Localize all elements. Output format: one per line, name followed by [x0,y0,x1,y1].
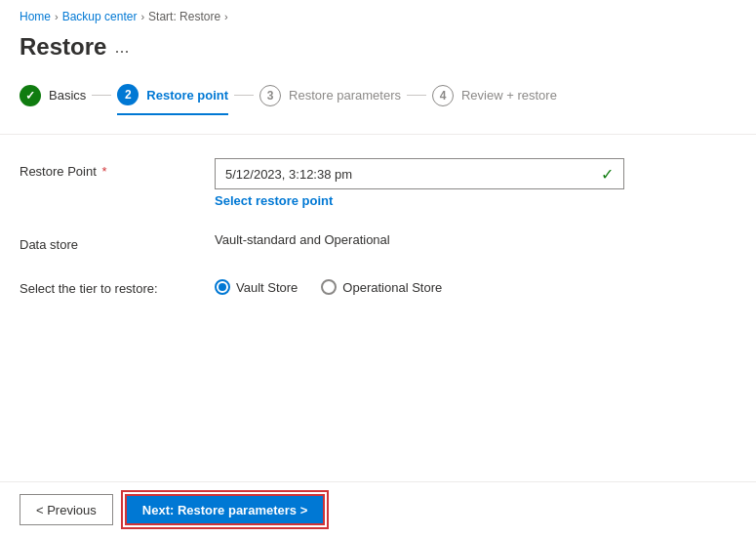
data-store-value: Vault-standard and Operational [215,227,390,247]
tier-control: Vault Store Operational Store [215,275,736,295]
step-restore-parameters-circle: 3 [259,85,281,106]
step-divider-1 [92,95,111,96]
wizard-steps: ✓ Basics 2 Restore point 3 Restore param… [0,76,756,135]
step-review-restore[interactable]: 4 Review + restore [432,77,557,114]
breadcrumb-sep-3: › [224,11,228,22]
data-store-control: Vault-standard and Operational [215,231,736,247]
step-restore-point-label: Restore point [146,88,228,103]
tier-radio-group: Vault Store Operational Store [215,275,736,295]
tier-operational-label: Operational Store [342,280,442,295]
breadcrumb-home[interactable]: Home [20,10,51,23]
next-button[interactable]: Next: Restore parameters > [125,494,325,525]
tier-operational-option[interactable]: Operational Store [321,279,442,295]
form-area: Restore Point * 5/12/2023, 3:12:38 pm ✓ … [0,135,756,343]
restore-point-required: * [99,164,107,179]
tier-row: Select the tier to restore: Vault Store … [20,275,736,296]
data-store-label: Data store [20,231,215,252]
step-review-restore-label: Review + restore [461,88,557,103]
breadcrumb: Home › Backup center › Start: Restore › [0,0,756,29]
step-basics[interactable]: ✓ Basics [20,77,86,114]
data-store-row: Data store Vault-standard and Operationa… [20,231,736,252]
page-menu-ellipsis[interactable]: ... [114,37,129,58]
restore-point-control: 5/12/2023, 3:12:38 pm ✓ Select restore p… [215,158,736,208]
step-restore-point-circle: 2 [117,84,139,105]
breadcrumb-sep-1: › [55,11,59,22]
restore-point-input[interactable]: 5/12/2023, 3:12:38 pm ✓ [215,158,624,189]
page-title: Restore [20,33,106,61]
step-basics-circle: ✓ [20,85,41,106]
restore-point-value: 5/12/2023, 3:12:38 pm [225,167,601,182]
breadcrumb-current: Start: Restore [148,10,220,23]
page-title-area: Restore ... [0,29,756,76]
restore-point-label: Restore Point * [20,158,215,179]
restore-point-valid-icon: ✓ [601,165,614,184]
step-restore-parameters-label: Restore parameters [289,88,401,103]
breadcrumb-backup-center[interactable]: Backup center [62,10,138,23]
tier-vault-option[interactable]: Vault Store [215,279,298,295]
breadcrumb-sep-2: › [140,11,144,22]
step-divider-3 [407,95,426,96]
tier-vault-label: Vault Store [236,280,298,295]
tier-vault-radio[interactable] [215,279,230,295]
step-divider-2 [234,95,254,96]
select-restore-point-link[interactable]: Select restore point [215,193,736,208]
tier-operational-radio[interactable] [321,279,337,295]
step-review-restore-circle: 4 [432,85,454,106]
step-restore-point[interactable]: 2 Restore point [117,76,228,115]
tier-label: Select the tier to restore: [20,275,215,296]
previous-button[interactable]: < Previous [20,494,113,525]
step-basics-label: Basics [49,88,86,103]
restore-point-row: Restore Point * 5/12/2023, 3:12:38 pm ✓ … [20,158,736,208]
footer: < Previous Next: Restore parameters > [0,481,756,537]
step-restore-parameters[interactable]: 3 Restore parameters [259,77,401,114]
